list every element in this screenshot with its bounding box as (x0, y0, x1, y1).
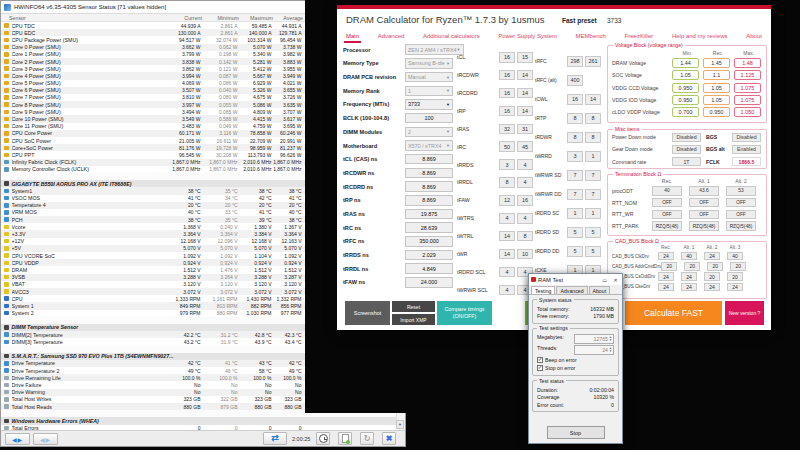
timing-value-alt[interactable]: 1 (585, 208, 601, 219)
trfc-ns-input[interactable]: 350.000 (405, 236, 453, 247)
trcdrd-ns-input[interactable]: 8.869 (405, 181, 453, 192)
timing-value-alt[interactable]: 5 (585, 227, 601, 238)
stop-button[interactable]: Stop (547, 426, 605, 439)
tras-ns-input[interactable]: 19.875 (405, 209, 453, 220)
timing-value-rec[interactable]: 14 (499, 231, 515, 242)
timing-value-alt[interactable]: 31 (517, 124, 533, 135)
timing-value-rec[interactable]: 50 (499, 141, 515, 152)
timing-value-alt[interactable]: 8 (517, 231, 533, 242)
column-header-average[interactable]: Average (273, 15, 303, 21)
timing-value-rec[interactable]: 16 (499, 70, 515, 81)
timing-value-alt[interactable]: 14 (517, 70, 533, 81)
timing-value-rec[interactable]: 4 (499, 285, 515, 296)
screenshot-button[interactable]: Screenshot (345, 301, 390, 325)
trrds-ns-input[interactable]: 2.029 (405, 250, 453, 261)
timing-value-rec[interactable]: 16 (499, 88, 515, 99)
column-header-minimum[interactable]: Minimum (202, 15, 239, 21)
voltage-min-value[interactable]: 1.05 (672, 70, 699, 80)
bclk-100-104-8--input[interactable]: 100 (405, 113, 453, 124)
timing-value-rec[interactable]: 8 (567, 113, 583, 124)
timing-value-rec[interactable]: 8 (499, 177, 515, 188)
timing-value-rec[interactable]: 4 (499, 213, 515, 224)
cad-bus-value[interactable]: 20 (661, 262, 677, 271)
misc-value-2[interactable]: Disabled (732, 133, 761, 143)
cad-bus-value[interactable]: 24 (681, 272, 697, 281)
tab-additional-calculators[interactable]: Additional calculators (421, 32, 482, 43)
misc-value-2[interactable]: 1866.5 (732, 157, 761, 167)
compare-timings-button[interactable]: Compare timings (ON/OFF) (437, 301, 492, 325)
timing-value-alt[interactable]: 8 (585, 132, 601, 143)
cad-bus-value[interactable]: 24 (681, 283, 697, 292)
stop-on-error-checkbox[interactable]: ✓ Stop on error (537, 365, 614, 371)
minimize-icon[interactable]: ▭ (600, 277, 609, 283)
voltage-max-value[interactable]: 1.125 (734, 70, 761, 80)
spinner-icon[interactable]: ▲▼ (609, 347, 612, 353)
processor-select[interactable]: ZEN 2 AM4 / sTRX4▼ (405, 44, 464, 55)
timing-value-rec[interactable]: 16 (567, 94, 583, 105)
misc-value[interactable]: Disabled (672, 133, 701, 143)
voltage-max-value[interactable]: 1.075 (734, 95, 761, 105)
timing-value-rec[interactable]: 5 (567, 227, 583, 238)
trc-ns-input[interactable]: 28.639 (405, 222, 453, 233)
cad-bus-value[interactable]: 24 (704, 283, 720, 292)
cad-bus-value[interactable]: 24 (704, 252, 720, 261)
column-header-current[interactable]: Current (157, 15, 202, 21)
termination-value[interactable]: RZQ/5(48) (689, 221, 719, 231)
trcdwr-ns-input[interactable]: 8.869 (405, 168, 453, 179)
swap-columns-button[interactable]: ⇄ (263, 432, 287, 445)
reset-values-button[interactable]: ↻ (360, 432, 374, 445)
timing-value-alt[interactable]: 1 (585, 151, 601, 162)
cad-bus-value[interactable]: 20 (704, 272, 720, 281)
cad-bus-value[interactable]: 24 (727, 283, 743, 292)
dimm-modules-select[interactable]: 2▼ (405, 127, 453, 138)
tab-about[interactable]: About (744, 32, 764, 43)
voltage-max-value[interactable]: 1.075 (734, 83, 761, 93)
timing-value-alt[interactable]: 261 (585, 56, 601, 67)
voltage-rec-value[interactable]: 0.950 (703, 107, 730, 117)
cad-bus-value[interactable]: 40 (727, 252, 743, 261)
timing-value-rec[interactable]: 3 (499, 159, 515, 170)
misc-value-2[interactable]: Enabled (732, 145, 761, 155)
voltage-rec-value[interactable]: 1.05 (703, 83, 730, 93)
timing-value-alt[interactable]: 15 (517, 52, 533, 63)
termination-value[interactable]: OFF (726, 210, 756, 220)
timing-value-alt[interactable]: 5 (585, 246, 601, 257)
misc-value[interactable]: 1T (672, 157, 701, 167)
cad-bus-value[interactable]: 20 (684, 262, 700, 271)
timing-value-rec[interactable]: 16 (499, 52, 515, 63)
termination-value[interactable]: OFF (689, 210, 719, 220)
voltage-min-value[interactable]: 0.950 (672, 95, 699, 105)
column-header-sensor[interactable]: Sensor (1, 15, 157, 21)
tab-membench[interactable]: MEMbench (574, 32, 608, 43)
cad-bus-value[interactable]: 24 (658, 252, 674, 261)
calculate-fast-button[interactable]: Calculate FAST (625, 301, 722, 325)
tab-power-supply-system[interactable]: Power Supply System (496, 32, 559, 43)
timing-value-rec[interactable]: 32 (499, 124, 515, 135)
termination-value[interactable]: OFF (726, 198, 756, 208)
termination-value[interactable]: 43.6 (689, 186, 719, 196)
close-icon[interactable]: ✕ (611, 277, 620, 283)
import-xmp-button[interactable]: Import XMP (392, 314, 435, 325)
column-header-maximum[interactable]: Maximum (239, 15, 273, 21)
close-sensors-button[interactable]: ✖ (382, 432, 396, 445)
timing-value-rec[interactable]: 12 (499, 195, 515, 206)
ram-test-tab-testing[interactable]: Testing (531, 286, 555, 294)
termination-value[interactable]: 40 (652, 186, 682, 196)
timing-value-rec[interactable]: 14 (499, 249, 515, 260)
logging-button[interactable] (338, 432, 352, 445)
cad-bus-value[interactable]: 20 (730, 262, 746, 271)
voltage-rec-value[interactable]: 1.1 (703, 70, 730, 80)
memory-rank-select[interactable]: 1▼ (405, 86, 453, 97)
termination-value[interactable]: OFF (652, 210, 682, 220)
voltage-max-value[interactable]: 1.050 (734, 107, 761, 117)
voltage-min-value[interactable]: 1.44 (672, 58, 699, 68)
timing-value-alt[interactable]: 16 (517, 195, 533, 206)
tfaw-ns-input[interactable]: 24.000 (405, 277, 453, 288)
threads-stepper[interactable]: 24 ▲▼ (574, 345, 614, 355)
timing-value-alt[interactable]: 4 (517, 159, 533, 170)
timing-value-rec[interactable]: 7 (567, 189, 583, 200)
timing-value-rec[interactable]: 7 (567, 170, 583, 181)
timing-value-alt[interactable]: 8 (585, 113, 601, 124)
timing-value-alt[interactable]: 14 (517, 106, 533, 117)
timing-value-alt[interactable]: 10 (517, 249, 533, 260)
